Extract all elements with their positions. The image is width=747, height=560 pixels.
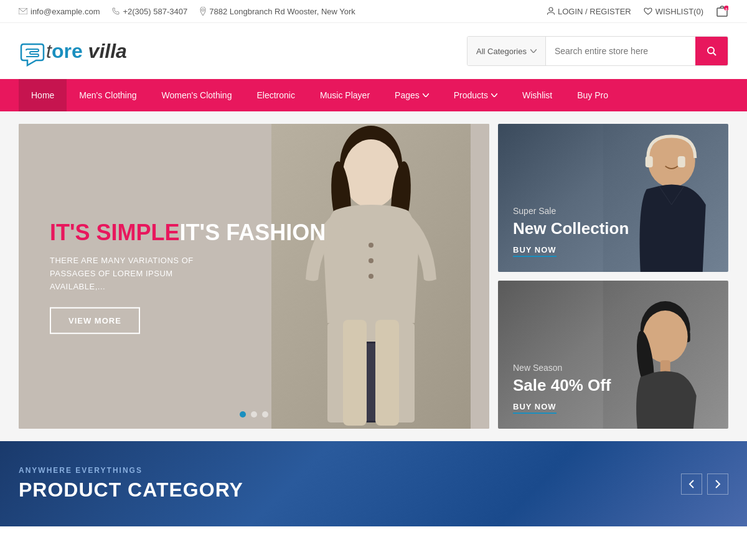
nav-products[interactable]: Products (441, 79, 510, 111)
nav-buy-pro[interactable]: Buy Pro (565, 79, 621, 111)
chevron-down-icon (423, 93, 429, 97)
banner-new-collection: Super Sale New Collection BUY NOW (498, 124, 728, 272)
search-category-dropdown[interactable]: All Categories (467, 37, 546, 65)
banner-1-link[interactable]: BUY NOW (513, 245, 557, 257)
header: tore villa All Categories (0, 23, 747, 79)
svg-rect-21 (375, 320, 399, 426)
hero-dot-2[interactable] (251, 411, 257, 418)
email-text: info@example.com (31, 7, 100, 16)
hero-title: IT'S SIMPLEIT'S FASHION (50, 219, 326, 246)
svg-point-16 (369, 274, 374, 279)
search-input[interactable] (546, 37, 695, 65)
phone-info: +2(305) 587-3407 (112, 7, 187, 16)
nav-pages[interactable]: Pages (382, 79, 441, 111)
main-nav: Home Men's Clothing Women's Clothing Ele… (0, 79, 747, 111)
banner-woman-image (602, 281, 729, 429)
svg-point-14 (369, 243, 374, 248)
top-bar-left: info@example.com +2(305) 587-3407 7882 L… (19, 7, 355, 16)
svg-point-1 (202, 9, 204, 11)
login-link[interactable]: LOGIN / REGISTER (547, 7, 631, 16)
search-button[interactable] (695, 37, 728, 65)
main-content: IT'S SIMPLEIT'S FASHION THERE ARE MANY V… (0, 111, 747, 441)
product-category-left: ANYWHERE EVERYTHINGS PRODUCT CATEGORY (19, 466, 243, 502)
svg-point-15 (369, 258, 374, 263)
hero-title-white: IT'S FASHION (180, 220, 326, 245)
user-icon (547, 7, 555, 16)
hero-cta-button[interactable]: VIEW MORE (50, 307, 140, 334)
hero-dots (240, 411, 268, 418)
email-icon (19, 8, 27, 14)
banner-2-link[interactable]: BUY NOW (513, 402, 557, 414)
banner-1-tag: Super Sale (513, 206, 629, 216)
product-category-prev-button[interactable] (681, 474, 702, 495)
hero-subtitle: THERE ARE MANY VARIATIONS OF PASSAGES OF… (50, 254, 224, 293)
right-banners: Super Sale New Collection BUY NOW (498, 124, 728, 429)
product-category-title: PRODUCT CATEGORY (19, 478, 243, 502)
banner-2-content: New Season Sale 40% Off BUY NOW (513, 363, 611, 414)
address-text: 7882 Longbranch Rd Wooster, New York (209, 7, 355, 16)
phone-icon (112, 7, 120, 15)
location-icon (200, 7, 206, 16)
svg-point-2 (549, 7, 553, 11)
login-text: LOGIN / REGISTER (558, 7, 631, 16)
banner-1-content: Super Sale New Collection BUY NOW (513, 206, 629, 257)
banner-1-title: New Collection (513, 220, 629, 238)
search-bar: All Categories (467, 36, 728, 66)
wishlist-link[interactable]: WISHLIST(0) (644, 7, 703, 16)
phone-text: +2(305) 587-3407 (123, 7, 187, 16)
svg-line-7 (713, 53, 716, 55)
chevron-right-icon (715, 480, 721, 488)
nav-home[interactable]: Home (19, 79, 67, 111)
top-bar: info@example.com +2(305) 587-3407 7882 L… (0, 0, 747, 23)
chevron-down-icon (491, 93, 497, 97)
hero-dot-3[interactable] (262, 411, 268, 418)
wishlist-text: WISHLIST(0) (655, 7, 703, 16)
product-category-label: ANYWHERE EVERYTHINGS (19, 466, 243, 475)
search-category-label: All Categories (476, 47, 527, 56)
banner-sale: New Season Sale 40% Off BUY NOW (498, 281, 728, 429)
svg-point-6 (708, 47, 714, 54)
svg-rect-24 (645, 156, 652, 167)
nav-womens-clothing[interactable]: Women's Clothing (149, 79, 245, 111)
chevron-down-icon (530, 49, 537, 53)
nav-electronic[interactable]: Electronic (244, 79, 307, 111)
svg-point-11 (343, 139, 399, 208)
top-bar-right: LOGIN / REGISTER WISHLIST(0) 0 (547, 5, 728, 17)
hero-slider: IT'S SIMPLEIT'S FASHION THERE ARE MANY V… (19, 124, 489, 429)
product-category-nav (681, 474, 728, 495)
banner-2-title: Sale 40% Off (513, 376, 611, 394)
logo-icon (19, 35, 46, 67)
nav-wishlist[interactable]: Wishlist (510, 79, 565, 111)
heart-icon (644, 7, 652, 15)
search-icon (707, 46, 716, 56)
nav-music-player[interactable]: Music Player (308, 79, 382, 111)
svg-rect-25 (677, 156, 685, 167)
chevron-left-icon (688, 480, 695, 488)
address-info: 7882 Longbranch Rd Wooster, New York (200, 7, 355, 16)
banner-2-tag: New Season (513, 363, 611, 373)
product-category-section: ANYWHERE EVERYTHINGS PRODUCT CATEGORY (0, 441, 747, 526)
svg-rect-20 (343, 320, 367, 426)
hero-content: IT'S SIMPLEIT'S FASHION THERE ARE MANY V… (50, 219, 326, 334)
logo[interactable]: tore villa (19, 35, 127, 67)
hero-dot-1[interactable] (240, 411, 246, 418)
product-category-next-button[interactable] (707, 474, 728, 495)
hero-title-pink: IT'S SIMPLE (50, 220, 180, 245)
cart-icon: 0 (716, 5, 728, 17)
nav-mens-clothing[interactable]: Men's Clothing (67, 79, 149, 111)
email-info: info@example.com (19, 7, 100, 16)
logo-text: tore villa (46, 40, 127, 63)
hero-background: IT'S SIMPLEIT'S FASHION THERE ARE MANY V… (19, 124, 489, 429)
cart-link[interactable]: 0 (716, 5, 728, 17)
